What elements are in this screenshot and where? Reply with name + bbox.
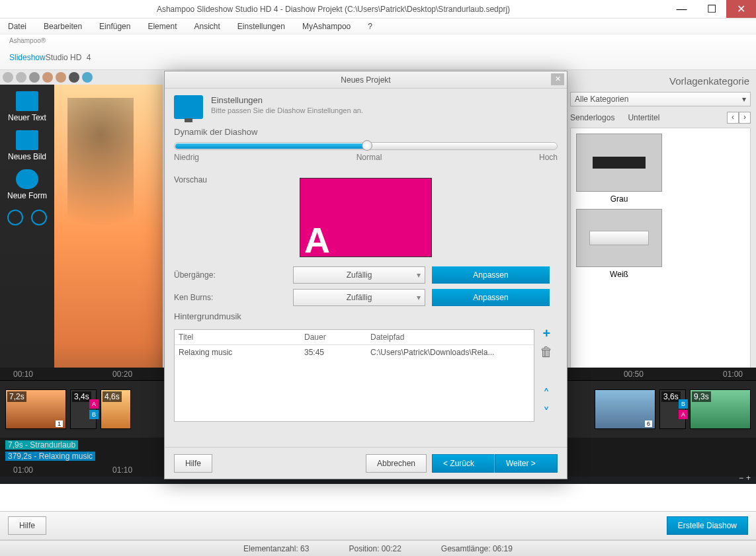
- menu-myashampoo[interactable]: MyAshampoo: [298, 20, 355, 33]
- transitions-combo[interactable]: Zufällig: [293, 266, 425, 284]
- tab-prev-icon[interactable]: ‹: [727, 112, 739, 124]
- dynamics-slider[interactable]: [174, 142, 558, 150]
- dialog-cancel-button[interactable]: Abbrechen: [366, 454, 427, 473]
- tool-new-text[interactable]: Neuer Text: [4, 89, 50, 125]
- close-button[interactable]: ✕: [726, 0, 756, 18]
- tab-untertitel[interactable]: Untertitel: [628, 110, 659, 125]
- kenburns-combo[interactable]: Zufällig: [293, 289, 425, 306]
- dialog-subheading: Bitte passen Sie die Diashow Einstellung…: [211, 106, 363, 114]
- status-count: Elementanzahl: 63: [243, 544, 309, 553]
- transitions-label: Übergänge:: [174, 270, 286, 280]
- music-add-icon[interactable]: +: [539, 327, 554, 341]
- menubar: Datei Bearbeiten Einfügen Element Ansich…: [0, 19, 756, 34]
- preview-toolbar: [0, 70, 163, 85]
- dialog-heading: Einstellungen: [211, 95, 363, 105]
- col-title: Titel: [175, 330, 300, 344]
- paste-icon[interactable]: [56, 72, 66, 83]
- help-button[interactable]: Hilfe: [8, 516, 46, 535]
- dynamics-label: Dynamik der Diashow: [174, 127, 558, 137]
- nav-back-icon[interactable]: [3, 72, 13, 83]
- status-length: Gesamtlänge: 06:19: [441, 544, 513, 553]
- create-slideshow-button[interactable]: Erstelle Diashow: [667, 516, 748, 535]
- copy-icon[interactable]: [42, 72, 53, 83]
- clip-6[interactable]: 6: [595, 389, 655, 429]
- maximize-button[interactable]: ☐: [696, 0, 726, 18]
- rotate-right-icon[interactable]: [31, 210, 47, 225]
- menu-ansicht[interactable]: Ansicht: [190, 20, 224, 33]
- dialog-back-button[interactable]: < Zurück: [432, 454, 495, 473]
- kenburns-adjust-button[interactable]: Anpassen: [432, 289, 550, 306]
- dialog-help-button[interactable]: Hilfe: [174, 454, 212, 473]
- dialog-close-icon[interactable]: ✕: [551, 73, 564, 85]
- dialog-titlebar[interactable]: Neues Projekt ✕: [165, 71, 567, 89]
- tab-next-icon[interactable]: ›: [739, 112, 751, 124]
- zoom-in-icon[interactable]: +: [746, 473, 751, 483]
- menu-element[interactable]: Element: [144, 20, 181, 33]
- tab-senderlogos[interactable]: Senderlogos: [570, 110, 614, 125]
- text-icon: [16, 91, 38, 111]
- menu-einstellungen[interactable]: Einstellungen: [233, 20, 289, 33]
- clip-3[interactable]: 4,6s: [101, 389, 131, 429]
- music-table[interactable]: Titel Dauer Dateipfad Relaxing music 35:…: [174, 329, 534, 422]
- clip-7[interactable]: 3,6s B A: [659, 389, 686, 429]
- col-duration: Dauer: [300, 330, 366, 344]
- branding: Ashampoo® SlideshowStudio HD 4: [0, 34, 756, 70]
- dialog-next-button[interactable]: Weiter >: [495, 454, 558, 473]
- status-position: Position: 00:22: [349, 544, 401, 553]
- menu-datei[interactable]: Datei: [4, 20, 30, 33]
- brand-sup: Ashampoo®: [9, 37, 747, 44]
- brand-main: SlideshowStudio HD 4: [9, 44, 747, 65]
- kenburns-label: Ken Burns:: [174, 293, 286, 302]
- preview-thumbnail: A: [300, 178, 432, 257]
- image-icon: [16, 130, 38, 150]
- menu-bearbeiten[interactable]: Bearbeiten: [40, 20, 86, 33]
- music-down-icon[interactable]: ˅: [539, 406, 554, 420]
- clip-2[interactable]: 3,4s A B: [70, 389, 97, 429]
- clip-1[interactable]: 7,2s 1: [5, 389, 66, 429]
- tool-new-shape[interactable]: Neue Form: [4, 167, 50, 203]
- col-path: Dateipfad: [366, 330, 534, 344]
- new-project-dialog: Neues Projekt ✕ Einstellungen Bitte pass…: [164, 71, 567, 479]
- music-up-icon[interactable]: ˄: [539, 387, 554, 402]
- templates-heading: Vorlagenkategorie: [565, 70, 756, 92]
- menu-einfuegen[interactable]: Einfügen: [95, 20, 134, 33]
- music-delete-icon[interactable]: 🗑: [539, 345, 554, 360]
- nav-fwd-icon[interactable]: [16, 72, 26, 83]
- cut-icon[interactable]: [29, 72, 40, 83]
- status-bar: Elementanzahl: 63 Position: 00:22 Gesamt…: [0, 540, 756, 556]
- bgm-label: Hintergrundmusik: [174, 311, 558, 321]
- category-selector[interactable]: Alle Kategorien▾: [570, 92, 751, 106]
- template-weiss[interactable]: Weiß: [576, 209, 662, 279]
- bottom-bar: Hilfe Erstelle Diashow: [0, 511, 756, 540]
- zoom-icon[interactable]: [82, 72, 93, 83]
- clip-8[interactable]: 9,3s: [690, 389, 751, 429]
- tool-new-image[interactable]: Neues Bild: [4, 128, 50, 164]
- preview-label: Vorschau: [174, 175, 286, 184]
- template-grau[interactable]: Grau: [576, 134, 662, 204]
- shape-icon: [16, 169, 38, 189]
- transitions-adjust-button[interactable]: Anpassen: [432, 266, 550, 284]
- menu-help[interactable]: ?: [364, 20, 376, 33]
- minimize-button[interactable]: —: [667, 0, 696, 18]
- delete-icon[interactable]: [69, 72, 79, 83]
- window-title: Ashampoo Slideshow Studio HD 4 - Diashow…: [0, 5, 667, 14]
- monitor-icon: [174, 95, 203, 119]
- rotate-left-icon[interactable]: [7, 210, 23, 225]
- music-row[interactable]: Relaxing music 35:45 C:\Users\Patrick\Do…: [175, 345, 534, 360]
- titlebar: Ashampoo Slideshow Studio HD 4 - Diashow…: [0, 0, 756, 19]
- zoom-out-icon[interactable]: −: [739, 473, 743, 483]
